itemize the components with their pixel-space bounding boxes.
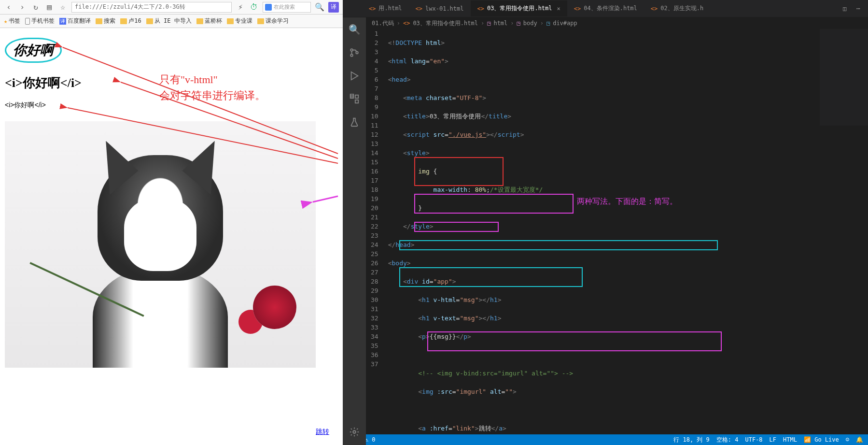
editor-tabs: <>用.html <>lwx-01.html <>03、常用指令使用.html×… bbox=[343, 0, 868, 17]
home-button[interactable]: ☆ bbox=[58, 2, 68, 12]
browser-content: 你好啊 只有"v-html" 会对字符串进行编译。 <i>你好啊</i> <i>… bbox=[0, 28, 343, 445]
tab-02[interactable]: <>02、原生实现.h bbox=[644, 0, 710, 16]
search-icon[interactable]: 🔍 bbox=[348, 23, 361, 36]
status-eol[interactable]: LF bbox=[770, 436, 776, 443]
svg-point-5 bbox=[350, 54, 353, 57]
svg-rect-10 bbox=[355, 100, 358, 103]
status-golive[interactable]: 📶 Go Live bbox=[804, 436, 839, 443]
forward-button[interactable]: › bbox=[17, 2, 27, 12]
breadcrumb[interactable]: 01.代码› <>03、常用指令使用.html› ◳html› ◳body› ◳… bbox=[343, 17, 868, 29]
bookmark-folder-ie[interactable]: 从 IE 中导入 bbox=[146, 17, 192, 25]
search-box[interactable]: 在此搜索 bbox=[263, 2, 311, 13]
tab-yong[interactable]: <>用.html bbox=[362, 0, 409, 16]
source-control-icon[interactable] bbox=[348, 46, 361, 59]
svg-line-3 bbox=[313, 196, 338, 202]
status-encoding[interactable]: UTF-8 bbox=[745, 436, 762, 443]
search-placeholder: 在此搜索 bbox=[274, 3, 295, 11]
status-feedback-icon[interactable]: ☺ bbox=[846, 436, 849, 443]
tab-04[interactable]: <>04、条件渲染.html bbox=[567, 0, 644, 16]
extensions-icon[interactable] bbox=[348, 93, 361, 105]
bookmark-folder-search[interactable]: 搜索 bbox=[96, 17, 115, 25]
status-warnings[interactable]: ⚠ 0 bbox=[365, 436, 376, 443]
svg-rect-8 bbox=[355, 95, 358, 98]
split-icon[interactable]: ◫ bbox=[840, 4, 850, 14]
activity-bar: 🔍 bbox=[343, 17, 366, 445]
bookmark-folder-study[interactable]: 课余学习 bbox=[257, 17, 289, 25]
reader-icon[interactable]: ▤ bbox=[44, 2, 54, 12]
line-gutter: 1234567891011121314151617181920212223242… bbox=[366, 29, 386, 434]
status-bar: ⊗ 0 ⚠ 0 行 18, 列 9 空格: 4 UTF-8 LF HTML 📶 … bbox=[343, 434, 868, 445]
refresh-button[interactable]: ↻ bbox=[31, 2, 41, 12]
settings-icon[interactable] bbox=[348, 426, 361, 438]
code-area[interactable]: <!DOCTYPE html> <html lang="en"> <head> … bbox=[386, 29, 868, 434]
annotation-red: 只有"v-html" 会对字符串进行编译。 bbox=[159, 72, 266, 103]
svg-point-11 bbox=[353, 431, 356, 433]
bookmark-folder-lanqiao[interactable]: 蓝桥杯 bbox=[196, 17, 222, 25]
jump-link[interactable]: 跳转 bbox=[316, 428, 329, 436]
more-icon[interactable]: ⋯ bbox=[854, 4, 863, 14]
close-icon[interactable]: × bbox=[557, 5, 560, 12]
status-bell-icon[interactable]: 🔔 bbox=[856, 436, 863, 443]
bookmark-bar: ★书签 手机书签 译百度翻译 搜索 卢16 从 IE 中导入 蓝桥杯 专业课 课… bbox=[0, 14, 343, 28]
bookmark-star[interactable]: ★书签 bbox=[4, 17, 20, 25]
tab-lwx01[interactable]: <>lwx-01.html bbox=[409, 1, 471, 16]
code-editor[interactable]: 1234567891011121314151617181920212223242… bbox=[343, 29, 868, 434]
bookmark-mobile[interactable]: 手机书签 bbox=[25, 17, 55, 25]
flask-icon[interactable] bbox=[348, 116, 361, 129]
bound-image bbox=[5, 121, 316, 368]
translate-button[interactable]: 译 bbox=[328, 2, 339, 13]
debug-icon[interactable] bbox=[348, 70, 361, 82]
bookmark-baidu[interactable]: 译百度翻译 bbox=[59, 17, 91, 25]
search-icon[interactable]: 🔍 bbox=[315, 2, 324, 12]
status-cursor-pos[interactable]: 行 18, 列 9 bbox=[673, 436, 710, 444]
vhtml-output: 你好啊 bbox=[5, 38, 62, 63]
svg-point-6 bbox=[356, 52, 358, 54]
minimap[interactable] bbox=[820, 29, 868, 126]
tab-03[interactable]: <>03、常用指令使用.html× bbox=[471, 0, 567, 16]
address-bar[interactable]: file:///E:/zzuli/4大二下/2.0-3G转 bbox=[71, 2, 232, 13]
speed-icon[interactable]: ⏱ bbox=[249, 2, 259, 12]
bookmark-folder-lu16[interactable]: 卢16 bbox=[120, 17, 141, 25]
status-lang[interactable]: HTML bbox=[783, 436, 797, 443]
annotation-magenta: 两种写法。下面的是：简写。 bbox=[577, 197, 677, 206]
bookmark-folder-major[interactable]: 专业课 bbox=[227, 17, 252, 25]
flash-icon[interactable]: ⚡ bbox=[236, 2, 245, 12]
status-indent[interactable]: 空格: 4 bbox=[716, 436, 739, 444]
svg-point-4 bbox=[350, 49, 353, 51]
back-button[interactable]: ‹ bbox=[4, 2, 14, 12]
browser-toolbar: ‹ › ↻ ▤ ☆ file:///E:/zzuli/4大二下/2.0-3G转 … bbox=[0, 0, 343, 14]
